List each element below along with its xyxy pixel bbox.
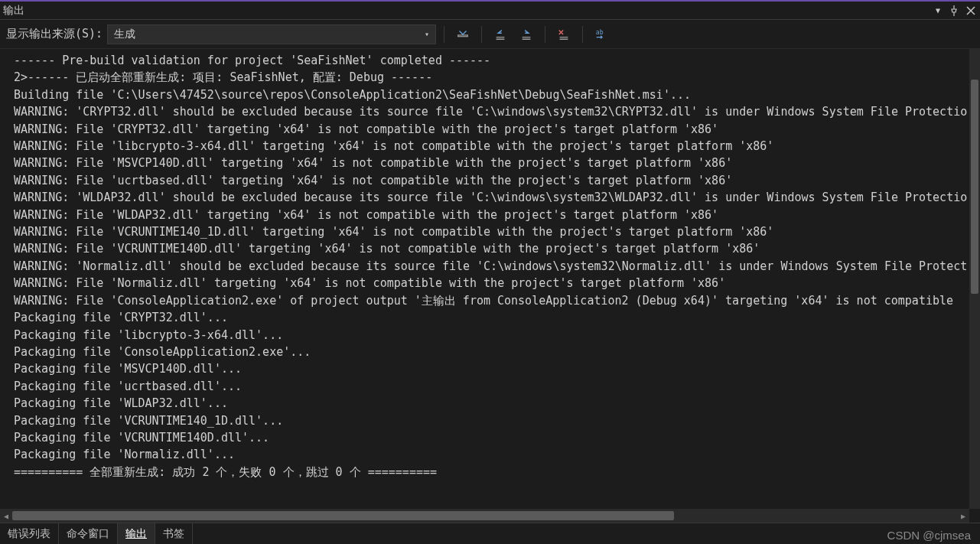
output-area: ------ Pre-build validation for project … bbox=[0, 49, 980, 523]
previous-message-button[interactable] bbox=[490, 24, 511, 44]
scroll-left-icon[interactable]: ◀ bbox=[0, 509, 12, 523]
watermark: CSDN @cjmsea bbox=[887, 529, 971, 542]
output-text[interactable]: ------ Pre-build validation for project … bbox=[0, 49, 969, 509]
close-icon[interactable] bbox=[965, 5, 977, 17]
toolbar: 显示输出来源(S): 生成 ▾ ab bbox=[0, 20, 980, 49]
bottom-tabs: 错误列表命令窗口输出书签 CSDN @cjmsea bbox=[0, 523, 980, 544]
next-message-button[interactable] bbox=[516, 24, 537, 44]
output-source-label: 显示输出来源(S): bbox=[6, 27, 103, 41]
separator bbox=[582, 26, 583, 43]
clear-button[interactable] bbox=[553, 24, 575, 44]
svg-rect-0 bbox=[458, 34, 468, 36]
separator bbox=[444, 26, 444, 43]
scrollbar-thumb[interactable] bbox=[12, 511, 674, 520]
titlebar: 输出 ▼ bbox=[0, 2, 980, 20]
chevron-down-icon: ▾ bbox=[425, 30, 429, 38]
scrollbar-thumb[interactable] bbox=[971, 80, 978, 294]
vertical-scrollbar[interactable] bbox=[969, 49, 980, 509]
window-menu-icon[interactable]: ▼ bbox=[936, 6, 940, 15]
tab-输出[interactable]: 输出 bbox=[118, 523, 155, 544]
toggle-wrap-button[interactable]: ab bbox=[591, 24, 612, 44]
scrollbar-track[interactable] bbox=[12, 509, 957, 523]
pin-icon[interactable] bbox=[948, 5, 960, 17]
tab-书签[interactable]: 书签 bbox=[155, 523, 193, 544]
panel-title: 输出 bbox=[3, 4, 936, 18]
horizontal-scrollbar[interactable]: ◀ ▶ bbox=[0, 509, 969, 523]
separator bbox=[545, 26, 545, 43]
separator bbox=[481, 26, 482, 43]
window-controls: ▼ bbox=[936, 5, 977, 17]
scroll-right-icon[interactable]: ▶ bbox=[957, 509, 969, 523]
output-source-dropdown[interactable]: 生成 ▾ bbox=[107, 24, 436, 44]
tab-错误列表[interactable]: 错误列表 bbox=[0, 523, 59, 544]
clear-all-button[interactable] bbox=[452, 24, 474, 44]
svg-text:ab: ab bbox=[596, 28, 604, 36]
tab-命令窗口[interactable]: 命令窗口 bbox=[59, 523, 118, 544]
dropdown-value: 生成 bbox=[114, 28, 135, 41]
